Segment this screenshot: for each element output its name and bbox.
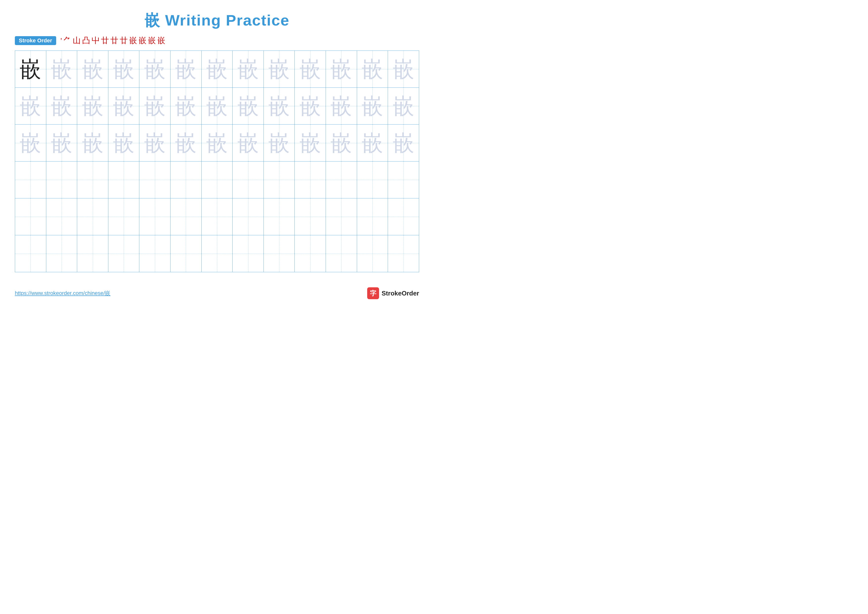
cell-2-8[interactable]: 嵌	[232, 88, 264, 124]
cell-4-10[interactable]	[295, 162, 326, 198]
cell-1-2[interactable]: 嵌	[46, 51, 78, 87]
cell-2-7[interactable]: 嵌	[202, 88, 233, 124]
char-guide: 嵌	[361, 128, 383, 158]
cell-1-7[interactable]: 嵌	[202, 51, 233, 87]
cell-5-5[interactable]	[139, 198, 170, 235]
cell-5-11[interactable]	[326, 198, 357, 235]
cell-5-10[interactable]	[295, 198, 326, 235]
cell-4-11[interactable]	[326, 162, 357, 198]
cell-5-7[interactable]	[202, 198, 233, 235]
stroke-9: 嵌	[129, 35, 137, 46]
cell-3-12[interactable]: 嵌	[357, 124, 388, 161]
cell-3-4[interactable]: 嵌	[108, 124, 140, 161]
footer-logo: 字 StrokeOrder	[367, 287, 419, 299]
cell-3-8[interactable]: 嵌	[232, 124, 264, 161]
cell-1-5[interactable]: 嵌	[139, 51, 170, 87]
cell-3-11[interactable]: 嵌	[326, 124, 357, 161]
cell-2-12[interactable]: 嵌	[357, 88, 388, 124]
cell-5-1[interactable]	[15, 198, 46, 235]
cell-2-2[interactable]: 嵌	[46, 88, 78, 124]
cell-1-10[interactable]: 嵌	[295, 51, 326, 87]
stroke-8: 廿	[120, 35, 128, 46]
cell-3-7[interactable]: 嵌	[202, 124, 233, 161]
cell-6-5[interactable]	[139, 235, 170, 272]
stroke-7: 廿	[110, 35, 118, 46]
cell-3-13[interactable]: 嵌	[388, 124, 419, 161]
cell-2-9[interactable]: 嵌	[264, 88, 295, 124]
cell-1-12[interactable]: 嵌	[357, 51, 388, 87]
cell-2-1[interactable]: 嵌	[15, 88, 46, 124]
cell-6-2[interactable]	[46, 235, 78, 272]
cell-3-9[interactable]: 嵌	[264, 124, 295, 161]
cell-6-1[interactable]	[15, 235, 46, 272]
char-guide: 嵌	[393, 92, 414, 121]
cell-2-3[interactable]: 嵌	[77, 88, 108, 124]
cell-5-9[interactable]	[264, 198, 295, 235]
char-guide: 嵌	[268, 128, 290, 158]
cell-1-13[interactable]: 嵌	[388, 51, 419, 87]
cell-4-7[interactable]	[202, 162, 233, 198]
cell-5-8[interactable]	[232, 198, 264, 235]
cell-4-9[interactable]	[264, 162, 295, 198]
char-guide: 嵌	[20, 128, 41, 158]
grid-row-6	[15, 235, 419, 272]
cell-6-3[interactable]	[77, 235, 108, 272]
cell-2-10[interactable]: 嵌	[295, 88, 326, 124]
cell-2-11[interactable]: 嵌	[326, 88, 357, 124]
cell-3-10[interactable]: 嵌	[295, 124, 326, 161]
cell-4-13[interactable]	[388, 162, 419, 198]
cell-1-3[interactable]: 嵌	[77, 51, 108, 87]
char-guide: 嵌	[268, 92, 290, 121]
cell-5-3[interactable]	[77, 198, 108, 235]
stroke-10: 嵌	[139, 35, 146, 46]
cell-1-4[interactable]: 嵌	[108, 51, 140, 87]
cell-6-7[interactable]	[202, 235, 233, 272]
char-guide: 嵌	[330, 54, 352, 84]
cell-6-13[interactable]	[388, 235, 419, 272]
char-guide: 嵌	[237, 128, 259, 158]
cell-2-13[interactable]: 嵌	[388, 88, 419, 124]
cell-2-4[interactable]: 嵌	[108, 88, 140, 124]
cell-4-5[interactable]	[139, 162, 170, 198]
cell-4-12[interactable]	[357, 162, 388, 198]
stroke-5: 屮	[91, 35, 99, 46]
cell-4-4[interactable]	[108, 162, 140, 198]
cell-6-12[interactable]	[357, 235, 388, 272]
cell-6-4[interactable]	[108, 235, 140, 272]
char-guide: 嵌	[144, 128, 166, 158]
cell-5-13[interactable]	[388, 198, 419, 235]
cell-5-6[interactable]	[170, 198, 202, 235]
footer-url[interactable]: https://www.strokeorder.com/chinese/嵌	[15, 289, 110, 297]
cell-5-4[interactable]	[108, 198, 140, 235]
cell-6-9[interactable]	[264, 235, 295, 272]
cell-2-5[interactable]: 嵌	[139, 88, 170, 124]
cell-5-12[interactable]	[357, 198, 388, 235]
char-guide: 嵌	[82, 92, 104, 121]
cell-4-6[interactable]	[170, 162, 202, 198]
cell-6-8[interactable]	[232, 235, 264, 272]
cell-6-10[interactable]	[295, 235, 326, 272]
title-char: 嵌 Writing Practice	[144, 12, 290, 29]
char-guide: 嵌	[113, 92, 135, 121]
cell-6-11[interactable]	[326, 235, 357, 272]
cell-4-1[interactable]	[15, 162, 46, 198]
cell-5-2[interactable]	[46, 198, 78, 235]
cell-4-8[interactable]	[232, 162, 264, 198]
cell-1-8[interactable]: 嵌	[232, 51, 264, 87]
cell-6-6[interactable]	[170, 235, 202, 272]
cell-1-9[interactable]: 嵌	[264, 51, 295, 87]
cell-4-3[interactable]	[77, 162, 108, 198]
cell-2-6[interactable]: 嵌	[170, 88, 202, 124]
cell-1-11[interactable]: 嵌	[326, 51, 357, 87]
cell-1-1[interactable]: 嵌	[15, 51, 46, 87]
cell-3-1[interactable]: 嵌	[15, 124, 46, 161]
char-guide: 嵌	[82, 128, 104, 158]
cell-3-6[interactable]: 嵌	[170, 124, 202, 161]
footer: https://www.strokeorder.com/chinese/嵌 字 …	[15, 287, 419, 299]
practice-grid: 嵌 嵌 嵌 嵌 嵌 嵌 嵌 嵌 嵌 嵌 嵌 嵌 嵌 嵌 嵌 嵌 嵌 嵌 嵌 嵌 …	[15, 51, 419, 272]
cell-3-3[interactable]: 嵌	[77, 124, 108, 161]
cell-3-5[interactable]: 嵌	[139, 124, 170, 161]
cell-4-2[interactable]	[46, 162, 78, 198]
cell-3-2[interactable]: 嵌	[46, 124, 78, 161]
cell-1-6[interactable]: 嵌	[170, 51, 202, 87]
